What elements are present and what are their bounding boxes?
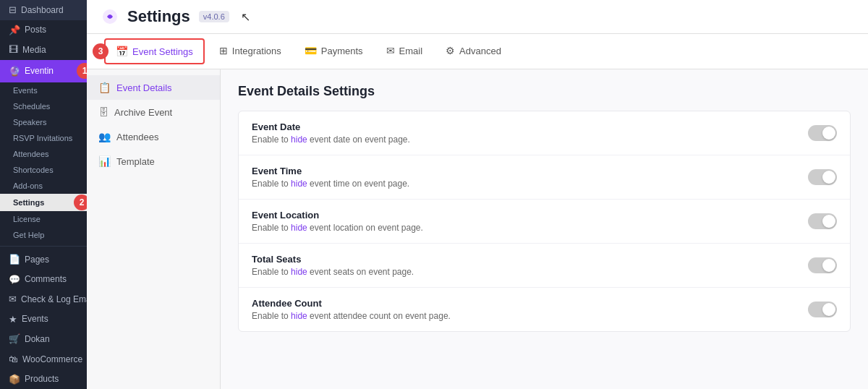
page-title: Settings [127,7,190,26]
integrations-tab-icon: ⊞ [219,45,228,56]
dashboard-icon: ⊟ [9,4,17,15]
sidebar-item-events2[interactable]: ★ Events [0,309,87,330]
sidebar-item-pages[interactable]: 📄 Pages [0,249,87,270]
version-badge: v4.0.6 [199,11,229,22]
toggle-total-seats[interactable] [808,257,837,273]
tab-advanced[interactable]: ⚙ Advanced [434,36,513,67]
sub-sidebar: 📋 Event Details 🗄 Archive Event 👥 Attend… [87,69,221,389]
hide-link-event-date[interactable]: hide [291,134,307,145]
sidebar-item-label: Posts [25,25,46,35]
advanced-tab-icon: ⚙ [446,45,455,56]
email-tab-icon: ✉ [386,45,395,56]
sidebar-item-comments[interactable]: 💬 Comments [0,269,87,289]
settings-row-label-attendee-count: Attendee Count [252,298,451,309]
badge-3: 3 [93,43,109,59]
sidebar-sub-attendees[interactable]: Attendees [0,146,87,162]
settings-row-total-seats: Total Seats Enable to hide event seats o… [239,244,850,288]
settings-row-text-total-seats: Total Seats Enable to hide event seats o… [252,254,414,277]
payments-tab-icon: 💳 [305,45,317,56]
tab-integrations[interactable]: ⊞ Integrations [208,36,293,67]
settings-row-label-event-location: Event Location [252,210,423,221]
template-sub-icon: 📊 [98,155,111,167]
tab-email[interactable]: ✉ Email [375,36,435,67]
sidebar-item-eventin[interactable]: 🔮 Eventin 1 [0,60,87,82]
event-details-sub-icon: 📋 [98,82,111,93]
hide-link-total-seats[interactable]: hide [291,267,307,277]
sidebar: ⊟ Dashboard 📌 Posts 🎞 Media 🔮 Eventin 1 … [0,0,87,389]
email-log-icon: ✉ [9,294,17,304]
toggle-event-time[interactable] [808,169,837,185]
dokan-icon: 🛒 [9,333,20,344]
settings-panel: Event Details Settings Event Date Enable… [221,69,868,389]
main-area: Settings v4.0.6 ↖ 3 📅 Event Settings ⊞ I… [87,0,868,389]
sub-nav-archive-event[interactable]: 🗄 Archive Event [87,100,220,124]
sidebar-sub-addons[interactable]: Add-ons [0,178,87,194]
sub-nav-event-details[interactable]: 📋 Event Details [87,75,220,100]
sidebar-sub-events[interactable]: Events [0,82,87,98]
eventin-icon: 🔮 [9,66,20,77]
pages-icon: 📄 [9,254,20,265]
toggle-event-date[interactable] [808,125,837,141]
badge-2: 2 [74,194,87,210]
tab-payments[interactable]: 💳 Payments [293,36,375,67]
settings-row-text-event-date: Event Date Enable to hide event date on … [252,121,410,145]
sidebar-item-woocommerce[interactable]: 🛍 WooCommerce [0,349,87,369]
hide-link-event-location[interactable]: hide [291,223,307,233]
sidebar-sub-shortcodes[interactable]: Shortcodes [0,162,87,178]
sidebar-item-dokan[interactable]: 🛒 Dokan [0,329,87,349]
sidebar-item-label: Eventin [25,66,54,76]
tab-event-settings[interactable]: 📅 Event Settings [104,38,205,64]
sidebar-sub-license[interactable]: License [0,211,87,227]
posts-icon: 📌 [9,25,20,35]
archive-event-sub-icon: 🗄 [98,106,109,118]
sub-nav-attendees[interactable]: 👥 Attendees [87,124,220,149]
settings-panel-title: Event Details Settings [238,84,851,99]
sidebar-divider-1 [0,246,87,247]
sidebar-item-posts[interactable]: 📌 Posts [0,20,87,40]
toggle-attendee-count[interactable] [808,302,837,317]
comments-icon: 💬 [9,274,20,285]
settings-row-desc-attendee-count: Enable to hide event attendee count on e… [252,311,451,321]
sidebar-sub-rsvp[interactable]: RSVP Invitations [0,130,87,146]
settings-row-desc-event-time: Enable to hide event time on event page. [252,179,409,189]
tab-event-settings-wrapper: 3 📅 Event Settings [101,34,208,69]
attendees-sub-icon: 👥 [98,131,111,142]
settings-row-desc-event-date: Enable to hide event date on event page. [252,134,410,145]
sidebar-sub-gethelp[interactable]: Get Help [0,227,87,243]
cursor-icon: ↖ [241,10,250,24]
eventin-logo [101,8,119,25]
settings-row-desc-total-seats: Enable to hide event seats on event page… [252,267,414,277]
woo-icon: 🛍 [9,354,18,364]
sidebar-item-media[interactable]: 🎞 Media [0,40,87,60]
sidebar-sub-speakers[interactable]: Speakers [0,114,87,130]
products-icon: 📦 [9,374,20,385]
sidebar-sub-schedules[interactable]: Schedules [0,98,87,114]
tabs-bar: 3 📅 Event Settings ⊞ Integrations 💳 Paym… [87,34,868,69]
toggle-event-location[interactable] [808,213,837,229]
settings-row-text-event-time: Event Time Enable to hide event time on … [252,166,409,189]
event-settings-tab-icon: 📅 [116,46,128,57]
sidebar-item-products[interactable]: 📦 Products [0,369,87,389]
settings-row-label-total-seats: Total Seats [252,254,414,265]
badge-1: 1 [77,63,87,79]
settings-row-desc-event-location: Enable to hide event location on event p… [252,223,423,233]
settings-row-event-location: Event Location Enable to hide event loca… [239,200,850,244]
settings-card: Event Date Enable to hide event date on … [238,111,851,332]
settings-row-text-event-location: Event Location Enable to hide event loca… [252,210,423,233]
hide-link-event-time[interactable]: hide [291,179,307,189]
settings-row-label-event-date: Event Date [252,121,410,132]
content-area: 📋 Event Details 🗄 Archive Event 👥 Attend… [87,69,868,389]
settings-row-event-date: Event Date Enable to hide event date on … [239,111,850,155]
sidebar-item-label: Media [22,45,46,55]
settings-row-attendee-count: Attendee Count Enable to hide event atte… [239,288,850,331]
sub-nav-template[interactable]: 📊 Template [87,149,220,174]
events2-icon: ★ [9,314,17,325]
media-icon: 🎞 [9,44,18,55]
settings-row-text-attendee-count: Attendee Count Enable to hide event atte… [252,298,451,321]
page-header: Settings v4.0.6 ↖ [87,0,868,34]
settings-row-label-event-time: Event Time [252,166,409,176]
sidebar-item-check-log-email[interactable]: ✉ Check & Log Email [0,289,87,309]
sidebar-item-dashboard[interactable]: ⊟ Dashboard [0,0,87,20]
hide-link-attendee-count[interactable]: hide [291,311,307,321]
sidebar-item-label: Dashboard [21,5,64,15]
